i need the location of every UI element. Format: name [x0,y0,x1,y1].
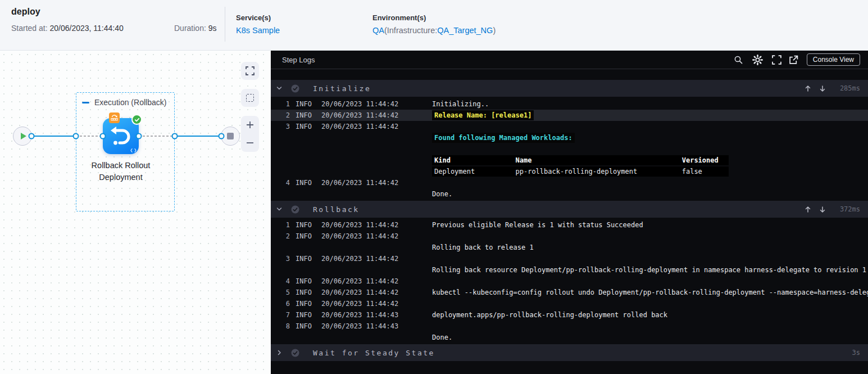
step-logs-panel: Step Logs [271,51,868,374]
pipeline-end-node[interactable] [221,127,240,146]
infrastructure-link[interactable]: QA_Target_NG [437,26,493,35]
log-message: Release Name: [release1] [432,110,868,121]
scroll-to-top-icon[interactable] [801,85,815,92]
line-number: 2 [271,110,290,121]
line-number: 4 [271,276,290,287]
chevron-right-icon[interactable] [275,349,283,356]
status-success-icon [291,84,299,93]
log-message [432,231,868,242]
status-success-icon [291,205,299,214]
log-timestamp: 20/06/2023 11:44:42 [321,276,432,287]
success-check-icon [131,114,142,125]
settings-gear-icon[interactable] [747,53,769,66]
log-message [432,121,868,132]
console-view-button[interactable]: Console View [807,53,860,66]
zoom-out-icon [246,138,255,147]
log-level: INFO [296,309,321,321]
line-number [271,332,290,343]
log-level: INFO [296,231,321,242]
log-timestamp: 20/06/2023 11:44:42 [321,121,432,132]
log-level: INFO [296,276,321,287]
line-number [271,166,290,177]
log-message: Done. [432,332,868,343]
zoom-out-button[interactable] [241,134,259,151]
environments-block: Environment(s) QA(Infrastructure:QA_Targ… [372,13,496,35]
log-level [296,242,321,253]
log-level: INFO [296,298,321,309]
section-header-rollback[interactable]: Rollback372ms [271,201,868,218]
log-level [296,332,321,343]
pipeline-canvas[interactable]: Execution (Rollback) Rollback [0,51,271,374]
line-number [271,188,290,200]
search-icon[interactable] [730,53,747,66]
log-message: Done. [432,188,868,200]
chevron-down-icon[interactable] [275,206,283,213]
log-line: Found following Managed Workloads: [271,132,868,143]
service-link[interactable]: K8s Sample [236,26,280,35]
header-divider [225,7,225,42]
scroll-to-top-icon[interactable] [801,206,815,213]
log-timestamp [321,188,432,200]
duration-value: 9s [208,24,217,33]
zoom-in-button[interactable] [241,116,259,133]
pipeline-title: deploy [11,7,40,17]
log-message [432,143,868,155]
log-line: 5INFO20/06/2023 11:44:42kubectl --kubeco… [271,287,868,298]
log-message [432,321,868,332]
line-number [271,143,290,155]
environment-link[interactable]: QA [372,26,384,35]
execution-header: deploy Started at: 20/06/2023, 11:44:40 … [0,0,868,51]
section-header-initialize[interactable]: Initialize285ms [271,80,868,97]
pipeline-start-node[interactable] [13,127,32,146]
log-line: 1INFO20/06/2023 11:44:42Previous eligibl… [271,219,868,231]
scroll-to-bottom-icon[interactable] [815,85,830,92]
section-duration: 3s [830,349,860,357]
open-in-new-icon[interactable] [785,53,802,66]
zoom-in-icon [246,120,255,129]
log-timestamp: 20/06/2023 11:44:42 [321,253,432,264]
log-message: kubectl --kubeconfig=config rollout undo… [432,287,868,298]
fit-screen-button[interactable] [241,62,259,80]
log-level [296,264,321,276]
section-duration: 372ms [830,205,860,213]
log-line: 8INFO20/06/2023 11:44:43 [271,321,868,332]
line-number: 1 [271,98,290,110]
execution-group-label: Execution (Rollback) [94,98,166,107]
marquee-select-button[interactable] [241,89,259,107]
log-line: Done. [271,188,868,200]
log-message: Initializing.. [432,98,868,110]
log-level: INFO [296,110,321,121]
log-level [296,188,321,200]
chevron-down-icon[interactable] [275,85,283,92]
log-line: Done. [271,332,868,343]
rollout-badge-icon [109,112,120,123]
log-message [432,177,868,188]
section-title: Wait for Steady State [313,349,435,357]
line-number [271,242,290,253]
log-message: Found following Managed Workloads: [432,132,868,143]
log-message: Deployment pp-rollback-rolling-deploymen… [432,166,868,177]
fullscreen-icon[interactable] [769,53,785,66]
infrastructure-suffix: ) [493,26,496,35]
log-timestamp: 20/06/2023 11:44:42 [321,177,432,188]
section-duration: 285ms [830,84,860,92]
log-level: INFO [296,98,321,110]
section-title: Initialize [313,84,371,93]
section-header-wait-for-steady-state[interactable]: Wait for Steady State3s [271,344,868,361]
line-number: 2 [271,231,290,242]
log-level: INFO [296,253,321,264]
execution-group-header[interactable]: Execution (Rollback) [82,98,166,107]
log-line: 3INFO20/06/2023 11:44:42 [271,121,868,132]
log-line: Kind Name Versioned [271,155,868,166]
log-level: INFO [296,121,321,132]
line-number: 7 [271,309,290,321]
log-message [432,253,868,264]
collapse-group-icon[interactable] [82,102,89,103]
log-message: Kind Name Versioned [432,155,868,166]
infrastructure-prefix: (Infrastructure: [384,26,437,35]
line-number: 3 [271,253,290,264]
log-timestamp [321,155,432,166]
log-line: 6INFO20/06/2023 11:44:42 [271,298,868,309]
scroll-to-bottom-icon[interactable] [815,206,830,213]
log-line [271,143,868,155]
